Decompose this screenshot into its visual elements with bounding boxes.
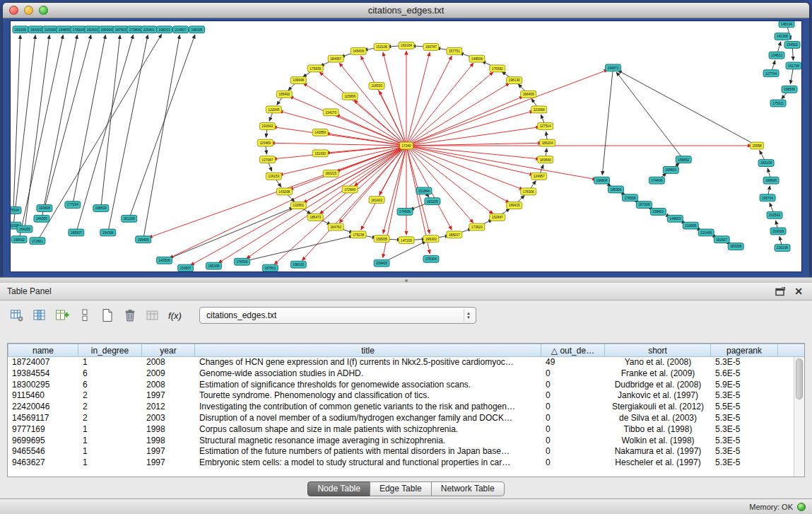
graph-node[interactable]: 147203 (399, 237, 414, 244)
graph-edge[interactable] (406, 83, 510, 146)
graph-edge[interactable] (76, 35, 134, 233)
graph-node[interactable]: 164208 (17, 226, 33, 233)
function-builder-icon[interactable]: f(x) (165, 306, 184, 325)
graph-node[interactable]: 161708 (786, 62, 801, 69)
graph-node[interactable]: 194804 (594, 177, 610, 184)
graph-edge[interactable] (242, 236, 353, 262)
graph-node[interactable]: 166409 (521, 90, 536, 98)
tab-network-table[interactable]: Network Table (431, 481, 505, 496)
graph-node[interactable]: 109948 (290, 77, 306, 84)
graph-edge[interactable] (406, 96, 523, 146)
row-height-icon[interactable] (75, 306, 94, 325)
graph-node[interactable]: 216106 (775, 245, 790, 252)
graph-node[interactable]: 165601 (663, 167, 678, 174)
column-header-year[interactable]: year (142, 344, 195, 357)
graph-node[interactable]: 157751 (447, 47, 462, 54)
graph-node[interactable]: 148104 (779, 21, 794, 28)
graph-node[interactable]: 172640 (342, 186, 358, 193)
graph-node[interactable]: 149305 (34, 215, 49, 222)
zoom-button[interactable] (39, 6, 48, 15)
graph-node[interactable]: 184957 (328, 55, 343, 62)
column-header-name[interactable]: name (8, 344, 78, 357)
graph-node[interactable]: 148508 (469, 55, 485, 62)
graph-node[interactable]: 195704 (760, 194, 775, 201)
column-header-out_degree[interactable]: △ out_de… (541, 344, 605, 357)
graph-node[interactable]: 187502 (113, 26, 129, 33)
graph-edge[interactable] (279, 111, 406, 146)
graph-node[interactable]: 175238 (351, 231, 366, 238)
graph-node[interactable]: 158401 (650, 209, 666, 216)
column-header-pagerank[interactable]: pagerank (711, 344, 778, 357)
graph-node[interactable]: 188906 (763, 177, 779, 184)
graph-node[interactable]: 191642 (259, 123, 275, 130)
new-table-icon[interactable] (98, 306, 117, 325)
graph-node[interactable]: 209304 (99, 26, 114, 33)
graph-node[interactable]: 186305 (189, 26, 205, 33)
graph-node[interactable]: 137087 (259, 156, 275, 163)
graph-node[interactable]: 169415 (507, 202, 522, 209)
table-row[interactable]: 1872400712008Changes of HCN gene express… (8, 357, 804, 368)
table-row[interactable]: 977716911998Corpus callosum shape and si… (8, 424, 804, 436)
table-mode-icon[interactable] (7, 306, 26, 325)
graph-edge[interactable] (406, 127, 540, 146)
graph-node[interactable]: 141306 (775, 33, 790, 40)
graph-edge[interactable] (302, 146, 406, 260)
graph-node[interactable]: 174506 (397, 209, 413, 216)
graph-node[interactable]: 126153 (266, 173, 281, 180)
tab-node-table[interactable]: Node Table (307, 481, 370, 496)
graph-node[interactable]: 162501 (85, 26, 100, 33)
graph-node[interactable]: 158305 (374, 235, 389, 243)
graph-edge[interactable] (406, 146, 523, 189)
graph-node[interactable]: 193608 (37, 205, 52, 212)
graph-node[interactable]: 183208 (728, 243, 743, 250)
graph-node[interactable]: 163164 (399, 42, 414, 49)
graph-edge[interactable] (616, 72, 683, 160)
graph-node[interactable]: 156802 (676, 156, 691, 163)
graph-node[interactable]: 196130 (507, 77, 522, 84)
graph-node[interactable]: 175304 (423, 255, 439, 262)
graph-edge[interactable] (165, 208, 293, 261)
graph-node[interactable]: 194872 (605, 64, 620, 71)
tab-edge-table[interactable]: Edge Table (370, 481, 432, 496)
graph-node[interactable]: 167209 (636, 201, 652, 209)
graph-node[interactable]: 194805 (57, 26, 72, 33)
splitter-handle-icon[interactable] (405, 279, 408, 282)
graph-edge[interactable] (25, 35, 49, 229)
graph-node[interactable]: 175504 (11, 207, 21, 214)
scrollbar-thumb[interactable] (796, 358, 803, 399)
graph-node[interactable]: 142506 (157, 257, 172, 264)
network-canvas-svg[interactable]: 1724018620412751422306816640919613017558… (11, 21, 801, 271)
delete-table-icon[interactable] (120, 306, 139, 325)
memory-status-icon[interactable] (797, 503, 806, 511)
graph-node[interactable]: 176509 (234, 258, 249, 265)
network-canvas[interactable]: 1724018620412751422306816640919613017558… (10, 21, 802, 272)
graph-node[interactable]: 185306 (608, 186, 623, 193)
graph-node[interactable]: 122045 (266, 106, 281, 113)
float-panel-icon[interactable] (774, 285, 787, 298)
graph-node[interactable]: 168506 (782, 86, 797, 93)
graph-node[interactable]: 172801 (30, 238, 45, 245)
graph-node[interactable]: 192607 (714, 236, 729, 243)
graph-node[interactable]: 164762 (328, 223, 343, 230)
table-row[interactable]: 946554611997Estimation of the future num… (8, 446, 804, 457)
graph-node[interactable]: 181402 (369, 197, 384, 204)
graph-node[interactable]: 142850 (312, 129, 328, 136)
graph-node[interactable]: 209403 (374, 259, 389, 267)
graph-node[interactable]: 15958 (751, 142, 764, 149)
graph-node[interactable]: 153807 (178, 264, 194, 271)
graph-node[interactable]: 154902 (784, 42, 800, 49)
graph-edge[interactable] (602, 68, 613, 175)
graph-node[interactable]: 115469 (257, 139, 273, 146)
graph-node[interactable]: 225401 (141, 26, 157, 33)
graph-node[interactable]: 125806 (342, 93, 358, 100)
window-titlebar[interactable]: citations_edges.txt (3, 3, 809, 18)
graph-node[interactable]: 185492 (276, 90, 292, 98)
graph-node[interactable]: 187801 (262, 264, 278, 271)
graph-edge[interactable] (271, 143, 406, 146)
graph-node[interactable]: 17240 (400, 142, 413, 149)
graph-node[interactable]: 127704 (763, 70, 779, 77)
close-button[interactable] (9, 6, 18, 15)
graph-node[interactable]: 165208 (206, 262, 222, 269)
graph-node[interactable]: 173920 (469, 223, 485, 230)
table-row[interactable]: 911546021997Tourette syndrome. Phenomeno… (8, 390, 804, 402)
